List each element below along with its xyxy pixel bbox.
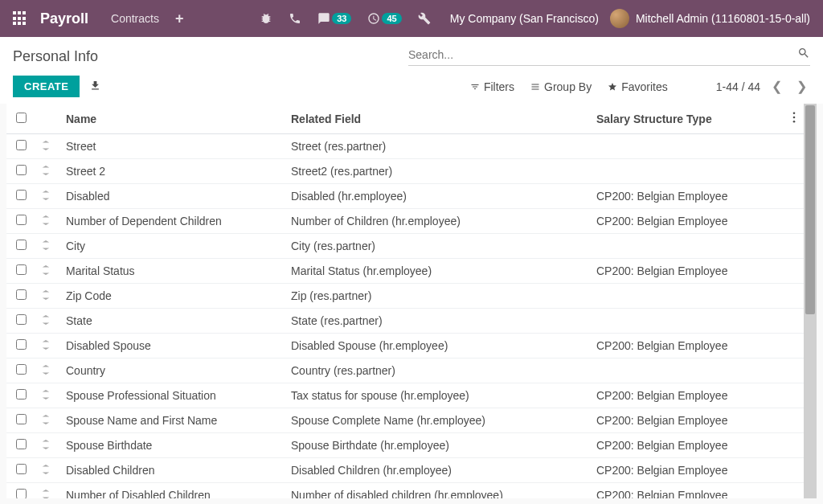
cell-structure: CP200: Belgian Employee bbox=[590, 458, 784, 483]
cell-related: Disabled Children (hr.employee) bbox=[285, 458, 590, 483]
cell-related: Spouse Birthdate (hr.employee) bbox=[285, 433, 590, 458]
row-checkbox[interactable] bbox=[16, 215, 27, 225]
svg-point-2 bbox=[793, 121, 796, 123]
table-row[interactable]: Number of Disabled ChildrenNumber of dis… bbox=[6, 483, 804, 499]
phone-icon[interactable] bbox=[289, 12, 301, 25]
row-checkbox[interactable] bbox=[16, 190, 27, 200]
favorites-button[interactable]: Favorites bbox=[608, 80, 668, 93]
table-row[interactable]: Street 2Street2 (res.partner) bbox=[6, 159, 804, 184]
row-checkbox[interactable] bbox=[16, 289, 27, 300]
messages-badge: 33 bbox=[332, 13, 351, 24]
user-menu[interactable]: Mitchell Admin (11160801-15-0-all) bbox=[610, 9, 810, 28]
optional-fields-icon[interactable] bbox=[784, 104, 804, 134]
cell-related: Marital Status (hr.employee) bbox=[285, 259, 590, 284]
debug-icon[interactable] bbox=[260, 12, 272, 25]
select-all-checkbox[interactable] bbox=[16, 113, 27, 123]
messages-icon[interactable]: 33 bbox=[317, 12, 351, 25]
table-row[interactable]: Marital StatusMarital Status (hr.employe… bbox=[6, 259, 804, 284]
drag-handle-icon[interactable] bbox=[42, 314, 50, 327]
cell-related: Disabled (hr.employee) bbox=[285, 184, 590, 209]
table-row[interactable]: Zip CodeZip (res.partner) bbox=[6, 284, 804, 309]
drag-handle-icon[interactable] bbox=[42, 489, 50, 498]
search-box[interactable] bbox=[408, 47, 810, 66]
company-selector[interactable]: My Company (San Francisco) bbox=[450, 12, 599, 25]
scrollbar-track[interactable] bbox=[804, 104, 817, 498]
cell-structure bbox=[590, 234, 784, 259]
row-checkbox[interactable] bbox=[16, 489, 27, 498]
pager-text: 1-44 / 44 bbox=[716, 80, 760, 93]
table-row[interactable]: Spouse Name and First NameSpouse Complet… bbox=[6, 408, 804, 433]
col-related[interactable]: Related Field bbox=[285, 104, 590, 134]
row-checkbox[interactable] bbox=[16, 264, 27, 275]
cell-name: Marital Status bbox=[59, 259, 285, 284]
table-row[interactable]: DisabledDisabled (hr.employee)CP200: Bel… bbox=[6, 184, 804, 209]
row-checkbox[interactable] bbox=[16, 364, 27, 375]
pager-prev[interactable]: ❮ bbox=[768, 76, 785, 97]
nav-contracts[interactable]: Contracts bbox=[111, 12, 159, 25]
search-input[interactable] bbox=[408, 48, 797, 61]
col-name[interactable]: Name bbox=[59, 104, 285, 134]
row-checkbox[interactable] bbox=[16, 339, 27, 350]
tools-icon[interactable] bbox=[418, 12, 431, 25]
drag-handle-icon[interactable] bbox=[42, 439, 50, 452]
cell-name: Disabled Spouse bbox=[59, 334, 285, 359]
activities-icon[interactable]: 45 bbox=[367, 12, 401, 25]
drag-handle-icon[interactable] bbox=[42, 240, 50, 252]
search-icon[interactable] bbox=[797, 47, 810, 62]
row-checkbox[interactable] bbox=[16, 389, 27, 400]
pager-next[interactable]: ❯ bbox=[793, 76, 810, 97]
cell-structure: CP200: Belgian Employee bbox=[590, 184, 784, 209]
list-table: Name Related Field Salary Structure Type… bbox=[6, 104, 804, 498]
cell-related: Street (res.partner) bbox=[285, 134, 590, 159]
row-checkbox[interactable] bbox=[16, 314, 27, 325]
drag-handle-icon[interactable] bbox=[42, 414, 50, 427]
drag-handle-icon[interactable] bbox=[42, 289, 50, 302]
row-checkbox[interactable] bbox=[16, 464, 27, 474]
drag-handle-icon[interactable] bbox=[42, 339, 50, 352]
create-button[interactable]: CREATE bbox=[13, 76, 80, 97]
table-row[interactable]: StateState (res.partner) bbox=[6, 309, 804, 334]
table-row[interactable]: Disabled ChildrenDisabled Children (hr.e… bbox=[6, 458, 804, 483]
row-checkbox[interactable] bbox=[16, 165, 27, 175]
drag-handle-icon[interactable] bbox=[42, 389, 50, 402]
favorites-label: Favorites bbox=[621, 80, 668, 93]
filters-button[interactable]: Filters bbox=[470, 80, 514, 93]
cell-name: Disabled bbox=[59, 184, 285, 209]
row-checkbox[interactable] bbox=[16, 439, 27, 449]
cell-related: City (res.partner) bbox=[285, 234, 590, 259]
breadcrumb: Personal Info bbox=[13, 48, 98, 65]
table-row[interactable]: Disabled SpouseDisabled Spouse (hr.emplo… bbox=[6, 334, 804, 359]
nav-plus-icon[interactable]: + bbox=[175, 10, 184, 27]
drag-handle-icon[interactable] bbox=[42, 215, 50, 227]
cell-structure bbox=[590, 159, 784, 184]
cell-structure: CP200: Belgian Employee bbox=[590, 433, 784, 458]
groupby-label: Group By bbox=[544, 80, 592, 93]
cell-name: Street 2 bbox=[59, 159, 285, 184]
table-row[interactable]: Number of Dependent ChildrenNumber of Ch… bbox=[6, 209, 804, 234]
table-row[interactable]: CityCity (res.partner) bbox=[6, 234, 804, 259]
row-checkbox[interactable] bbox=[16, 140, 27, 150]
cell-name: Zip Code bbox=[59, 284, 285, 309]
row-checkbox[interactable] bbox=[16, 240, 27, 250]
table-row[interactable]: CountryCountry (res.partner) bbox=[6, 359, 804, 383]
drag-handle-icon[interactable] bbox=[42, 190, 50, 203]
row-checkbox[interactable] bbox=[16, 414, 27, 424]
table-row[interactable]: Spouse BirthdateSpouse Birthdate (hr.emp… bbox=[6, 433, 804, 458]
cell-related: Number of Children (hr.employee) bbox=[285, 209, 590, 234]
drag-handle-icon[interactable] bbox=[42, 364, 50, 377]
cell-name: Country bbox=[59, 359, 285, 383]
cell-related: Spouse Complete Name (hr.employee) bbox=[285, 408, 590, 433]
import-button[interactable] bbox=[89, 80, 101, 94]
cell-name: Disabled Children bbox=[59, 458, 285, 483]
table-row[interactable]: Spouse Professional SituationTax status … bbox=[6, 383, 804, 408]
col-structure[interactable]: Salary Structure Type bbox=[590, 104, 784, 134]
drag-handle-icon[interactable] bbox=[42, 165, 50, 178]
drag-handle-icon[interactable] bbox=[42, 140, 50, 153]
cell-name: Number of Dependent Children bbox=[59, 209, 285, 234]
scrollbar-thumb[interactable] bbox=[805, 105, 815, 314]
groupby-button[interactable]: Group By bbox=[530, 80, 592, 93]
apps-icon[interactable] bbox=[13, 11, 27, 26]
drag-handle-icon[interactable] bbox=[42, 464, 50, 477]
drag-handle-icon[interactable] bbox=[42, 264, 50, 277]
table-row[interactable]: StreetStreet (res.partner) bbox=[6, 134, 804, 159]
